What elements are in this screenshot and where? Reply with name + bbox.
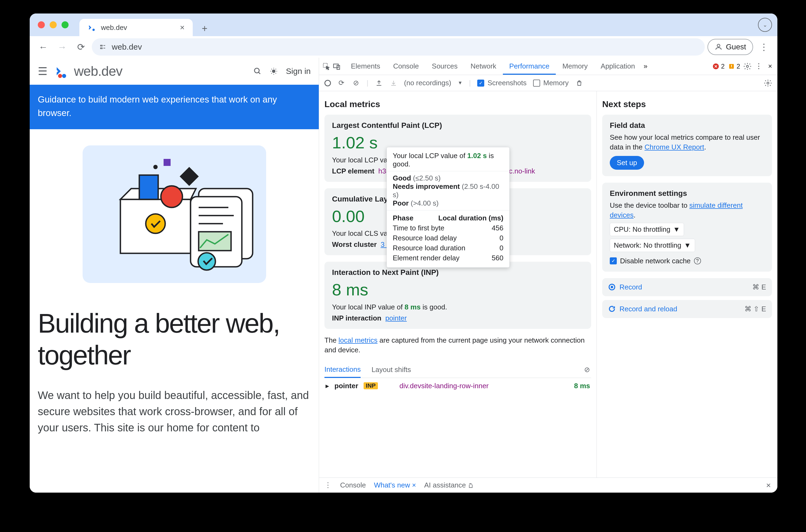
interaction-row[interactable]: ▸ pointer INP div.devsite-landing-row-in… [324, 378, 591, 394]
hero-illustration [82, 146, 266, 283]
address-bar[interactable]: web.dev [92, 38, 705, 56]
tab-sources[interactable]: Sources [426, 58, 464, 75]
record-action[interactable]: Record ⌘ E [602, 278, 772, 296]
record-reload-action[interactable]: Record and reload ⌘ ⇧ E [602, 300, 772, 318]
window-close[interactable] [38, 21, 45, 28]
close-drawer-icon[interactable]: × [765, 481, 772, 489]
disable-cache-checkbox[interactable]: ✓ Disable network cache ? [610, 257, 765, 265]
logo-text: web.dev [74, 63, 122, 79]
help-icon[interactable]: ? [694, 258, 701, 264]
search-icon[interactable] [254, 67, 262, 75]
svg-point-33 [198, 253, 215, 270]
interaction-value: 8 ms [574, 382, 590, 390]
field-data-card: Field data See how your local metrics co… [602, 115, 772, 176]
local-metrics-heading: Local metrics [324, 99, 591, 109]
lcp-title: Largest Contentful Paint (LCP) [332, 121, 584, 130]
svg-point-42 [611, 286, 613, 288]
clear-interactions-icon[interactable]: ⊘ [583, 366, 591, 374]
svg-point-40 [767, 82, 769, 84]
clear-icon[interactable]: ⊘ [352, 79, 360, 87]
svg-point-5 [717, 44, 720, 47]
tab-network[interactable]: Network [464, 58, 503, 75]
new-tab-button[interactable]: + [197, 21, 212, 36]
interaction-element: div.devsite-landing-row-inner [399, 382, 489, 390]
crux-report-link[interactable]: Chrome UX Report [644, 143, 704, 151]
drawer-tab-ai[interactable]: AI assistance [424, 481, 474, 489]
svg-point-25 [153, 165, 158, 169]
profile-button[interactable]: Guest [708, 39, 753, 55]
svg-rect-24 [180, 167, 199, 186]
subtab-layout-shifts[interactable]: Layout shifts [371, 362, 411, 377]
subtab-interactions[interactable]: Interactions [324, 362, 361, 378]
svg-point-8 [255, 68, 259, 73]
tab-console[interactable]: Console [387, 58, 425, 75]
env-settings-card: Environment settings Use the device tool… [602, 183, 772, 272]
window-minimize[interactable] [50, 21, 57, 28]
settings-icon[interactable] [743, 62, 751, 71]
browser-menu-icon[interactable]: ⋮ [756, 39, 772, 55]
site-settings-icon[interactable] [99, 43, 106, 51]
reload-button[interactable]: ⟳ [73, 39, 89, 55]
svg-point-32 [146, 214, 165, 233]
hamburger-icon[interactable]: ☰ [38, 65, 48, 77]
close-devtools-icon[interactable]: × [766, 62, 774, 71]
device-toolbar-icon[interactable] [333, 62, 341, 71]
tab-dropdown-icon[interactable]: ⌄ [758, 18, 772, 32]
reload-record-icon[interactable]: ⟳ [337, 79, 345, 87]
tab-application[interactable]: Application [594, 58, 641, 75]
inspect-icon[interactable] [322, 62, 331, 71]
next-steps-heading: Next steps [602, 99, 772, 109]
hero-body: We want to help you build beautiful, acc… [38, 387, 311, 436]
window-maximize[interactable] [61, 21, 69, 28]
cpu-throttle-select[interactable]: CPU: No throttling▼ [610, 223, 684, 236]
record-icon[interactable] [324, 80, 331, 86]
devtools-menu-icon[interactable]: ⋮ [755, 62, 763, 71]
page-banner: Guidance to build modern web experiences… [30, 85, 319, 129]
lcp-tooltip: Your local LCP value of 1.02 s is good. … [387, 147, 510, 268]
svg-line-9 [259, 72, 260, 74]
back-button[interactable]: ← [35, 39, 51, 55]
more-tabs-icon[interactable]: » [642, 62, 650, 71]
inp-title: Interaction to Next Paint (INP) [332, 268, 584, 277]
favicon-icon [88, 23, 97, 32]
gc-icon[interactable] [575, 79, 583, 87]
network-throttle-select[interactable]: Network: No throttling▼ [610, 239, 695, 252]
site-logo[interactable]: web.dev [54, 63, 122, 79]
svg-line-16 [276, 73, 276, 74]
panel-settings-icon[interactable] [764, 79, 772, 87]
recordings-dropdown[interactable]: (no recordings) [404, 79, 451, 87]
memory-checkbox[interactable]: Memory [533, 79, 569, 87]
expand-icon[interactable]: ▸ [325, 382, 329, 390]
svg-point-10 [272, 70, 276, 73]
screenshots-checkbox[interactable]: ✓Screenshots [477, 79, 527, 87]
svg-point-7 [62, 74, 66, 78]
svg-rect-1 [100, 45, 102, 46]
drawer-tab-console[interactable]: Console [340, 481, 366, 489]
errors-badge[interactable]: 2 [712, 62, 725, 70]
close-tab-icon[interactable]: × [180, 23, 185, 32]
inp-interaction-link[interactable]: pointer [385, 314, 407, 322]
warnings-badge[interactable]: 2 [728, 62, 740, 70]
tab-elements[interactable]: Elements [344, 58, 387, 75]
svg-point-22 [161, 186, 183, 207]
upload-icon[interactable] [375, 79, 383, 87]
svg-rect-2 [100, 48, 102, 49]
svg-line-18 [276, 69, 276, 69]
download-icon[interactable] [390, 79, 398, 87]
sign-in-link[interactable]: Sign in [286, 66, 311, 76]
svg-rect-21 [139, 175, 158, 200]
local-metrics-link[interactable]: local metrics [338, 336, 377, 344]
page-viewport: ☰ web.dev Sign in Guidance to build mode… [30, 58, 319, 493]
forward-button: → [54, 39, 70, 55]
svg-line-17 [271, 73, 272, 74]
theme-toggle-icon[interactable] [270, 67, 278, 75]
close-whatsnew-icon[interactable]: × [412, 481, 416, 489]
browser-tab[interactable]: web.dev × [79, 19, 193, 36]
svg-point-6 [58, 74, 62, 78]
setup-button[interactable]: Set up [610, 156, 644, 170]
inp-badge: INP [363, 382, 378, 389]
drawer-menu-icon[interactable]: ⋮ [324, 481, 332, 489]
drawer-tab-whatsnew[interactable]: What's new × [374, 481, 416, 489]
tab-memory[interactable]: Memory [556, 58, 594, 75]
tab-performance[interactable]: Performance [503, 58, 556, 75]
